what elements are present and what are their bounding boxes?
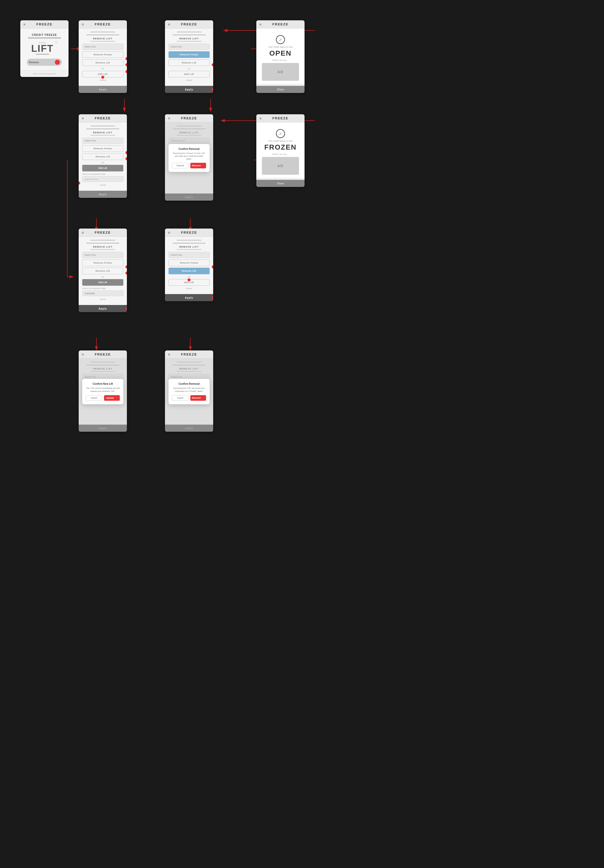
screen-5-header: FREEZE — [95, 116, 111, 120]
modal-actions-10: Cacel Update — [86, 395, 120, 401]
dot-apply-9 — [212, 296, 213, 299]
screen-edit-lift-2: ≡ FREEZE REMOVE LIFT Select One Remove F… — [79, 229, 127, 312]
dot-apply-3 — [212, 88, 213, 91]
remove-freeze-btn-9[interactable]: Remove Freeze — [168, 260, 210, 266]
remove-freeze-btn-2[interactable]: Remove Freeze — [82, 51, 124, 58]
remove-lift-btn-9[interactable]: Remove Lift — [168, 268, 210, 274]
remove-lift-btn-2[interactable]: Remove Lift — [82, 59, 124, 66]
remove-lift-btn-8[interactable]: Remove Lift — [82, 268, 124, 274]
modal-actions-6: Cancel Remove — [172, 163, 206, 168]
apply-footer-9[interactable]: Apply — [165, 294, 213, 301]
credit-freeze-label: CREDIT FREEZE — [24, 34, 65, 36]
apply-footer-6[interactable]: Apply — [165, 194, 213, 201]
select-one-9[interactable]: Select One — [168, 252, 210, 258]
section-bar-5 — [90, 135, 115, 136]
screen-8-header: FREEZE — [95, 231, 111, 234]
hamburger-icon: ≡ — [23, 22, 25, 26]
exp-input-8[interactable]: 11/21/2019 — [82, 290, 124, 296]
status-now-open: Your credit status is now — [260, 46, 301, 48]
select-one-5[interactable]: Select One — [82, 138, 124, 144]
dot-apply-8 — [125, 307, 127, 310]
section-bar-9 — [177, 249, 201, 250]
screen-confirm-removal-1: ≡ FREEZE REMOVE LIFT REMOVE LIFT REMOVE … — [165, 114, 213, 201]
cancel-link-5[interactable]: Cancel — [82, 184, 124, 186]
close-footer-open[interactable]: Close — [256, 86, 304, 93]
dot-remove-lift-3 — [212, 63, 213, 66]
screen-3-header: FREEZE — [181, 22, 197, 26]
modal-box-11: Confirm Removal Removing this "Lift" wil… — [168, 379, 210, 404]
credit-freeze-bar — [28, 37, 61, 39]
hamburger-icon-7: ≡ — [260, 116, 261, 120]
apply-footer-11[interactable]: Apply — [165, 425, 213, 432]
cancel-link-3[interactable]: Cancel — [168, 79, 210, 81]
before-you-frozen: Before you go... — [260, 153, 301, 155]
modal-update-10[interactable]: Update — [104, 395, 120, 401]
exp-label-5: Select Lift Expiration Date — [82, 173, 124, 175]
edit-lift-btn-3[interactable]: Edit Lift — [168, 71, 210, 78]
select-one-2[interactable]: Select One — [82, 44, 124, 50]
screen-remove-lift-2: ≡ FREEZE REMOVE LIFT Select One Remove F… — [165, 20, 213, 93]
dot-remove-freeze-8 — [125, 265, 127, 268]
remove-lift-btn-5[interactable]: Remove Lift — [82, 153, 124, 160]
select-one-3[interactable]: Select One — [168, 44, 210, 50]
dot-cancel-2 — [101, 76, 104, 79]
remove-freeze-btn-5[interactable]: Remove Freeze — [82, 145, 124, 152]
exp-input-5[interactable]: Expiration Date — [82, 176, 124, 182]
dot-edit-lift-9 — [187, 278, 191, 281]
hamburger-icon-10: ≡ — [82, 352, 84, 356]
dot-remove-6 — [202, 164, 204, 167]
or-divider-8: OR — [82, 276, 124, 278]
modal-cancel-10[interactable]: Cacel — [86, 395, 102, 401]
frozen-status-label: FROZEN — [260, 143, 301, 151]
title-bar-3 — [173, 34, 205, 35]
apply-footer-5[interactable]: Apply — [79, 191, 127, 198]
hamburger-icon-5: ≡ — [82, 116, 84, 120]
hamburger-icon-3: ≡ — [168, 22, 170, 26]
exp-label-8: Select Lift Expiration Date — [82, 287, 124, 290]
remove-freeze-btn-8[interactable]: Remove Freeze — [82, 260, 124, 266]
apply-footer-8[interactable]: Apply — [79, 305, 127, 312]
section-title-2: REMOVE LIFT — [82, 37, 124, 40]
cancel-link-2[interactable]: Cancel — [82, 79, 124, 81]
apply-footer-2[interactable]: Apply — [79, 86, 127, 93]
remove-lift-btn-3[interactable]: Remove Lift — [168, 59, 210, 66]
dot-remove-freeze-9 — [212, 265, 213, 268]
check-circle-open: ✓ — [276, 35, 285, 44]
or-divider-2: OR — [82, 68, 124, 70]
close-footer-frozen[interactable]: Close — [256, 180, 304, 187]
modal-title-10: Confirm New Lift — [86, 383, 120, 385]
modal-cancel-6[interactable]: Cancel — [172, 163, 188, 168]
apply-footer-3[interactable]: Apply — [165, 86, 213, 93]
top-bar-9 — [177, 240, 201, 241]
info-icon[interactable]: ⓘ — [55, 40, 58, 44]
why-freeze-link[interactable]: Why is Freeze Important? — [20, 70, 68, 77]
screen-confirm-removal-2: ≡ FREEZE REMOVE LIFT Select One Remove F… — [165, 350, 213, 432]
dot-update-10 — [115, 397, 117, 399]
flow-diagram: ≡ FREEZE CREDIT FREEZE Status LIFT ⓘ Rem… — [0, 0, 604, 868]
modal-remove-6[interactable]: Remove — [190, 163, 206, 168]
modal-overlay-11: Confirm Removal Removing this "Lift" wil… — [165, 358, 213, 425]
remove-freeze-btn-3[interactable]: Remove Freeze — [168, 51, 210, 58]
edit-lift-btn-8[interactable]: Edit Lift — [82, 279, 124, 286]
modal-overlay-10: Confirm New Lift This "Lift" occurs imme… — [79, 358, 127, 425]
modal-actions-11: Cacel Remove — [172, 395, 206, 401]
modal-remove-11[interactable]: Remove — [190, 395, 206, 401]
select-one-8[interactable]: Select One — [82, 252, 124, 258]
apply-footer-10[interactable]: Apply — [79, 425, 127, 432]
screen-9-header: FREEZE — [181, 231, 197, 234]
check-circle-frozen: ✓ — [276, 129, 285, 138]
screen-remove-lift-1: ≡ FREEZE REMOVE LIFT Select One Remove F… — [79, 20, 127, 93]
screen-header-title: FREEZE — [36, 22, 52, 26]
ad-box-frozen: AD — [262, 157, 299, 175]
or-divider-9: OR — [168, 276, 210, 278]
cancel-link-8[interactable]: Cancel — [82, 298, 124, 301]
modal-title-11: Confirm Removal — [172, 383, 206, 385]
open-status-label: OPEN — [260, 49, 301, 57]
cancel-link-9[interactable]: Cancel — [168, 287, 210, 290]
remove-button-main[interactable]: Remove — [27, 59, 62, 66]
modal-cancel-11[interactable]: Cacel — [172, 395, 188, 401]
section-title-9: REMOVE LIFT — [168, 246, 210, 248]
top-bar-2 — [90, 31, 115, 33]
edit-lift-btn-5[interactable]: Edit Lift — [82, 165, 124, 171]
hamburger-icon-4: ≡ — [260, 22, 261, 26]
